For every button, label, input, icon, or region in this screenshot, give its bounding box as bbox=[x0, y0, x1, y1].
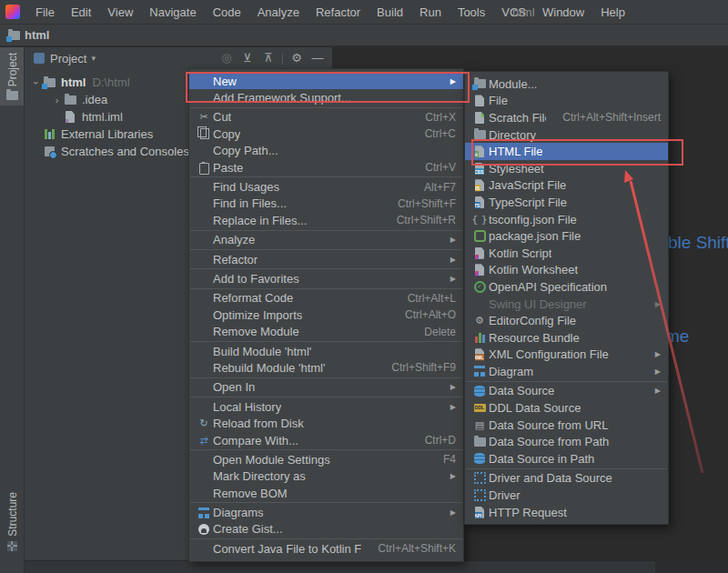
context-menu-item-diagrams[interactable]: Diagrams▶ bbox=[189, 504, 463, 520]
menu-item-label: tsconfig.json File bbox=[489, 213, 577, 226]
kotlin-icon bbox=[475, 247, 484, 259]
context-menu-item-remove-module[interactable]: Remove ModuleDelete bbox=[189, 323, 463, 339]
menu-item-label: Copy Path... bbox=[213, 144, 278, 157]
menu-build[interactable]: Build bbox=[369, 0, 411, 25]
new-submenu-item-package-json-file[interactable]: package.json File bbox=[465, 227, 668, 245]
new-submenu-item-openapi-specification[interactable]: ✓OpenAPI Specification bbox=[465, 278, 668, 296]
ddl-icon: DDL bbox=[474, 404, 486, 412]
new-submenu-item-http-request[interactable]: APIHTTP Request bbox=[465, 504, 668, 521]
new-submenu-item-editorconfig-file[interactable]: ⚙EditorConfig File bbox=[465, 312, 668, 329]
new-submenu-item-data-source[interactable]: Data Source▶ bbox=[465, 383, 668, 400]
status-bar bbox=[25, 560, 728, 573]
menu-navigate[interactable]: Navigate bbox=[141, 0, 204, 25]
new-submenu-item-swing-ui-designer[interactable]: Swing UI Designer▶ bbox=[465, 296, 668, 313]
tool-tab-project[interactable]: Project bbox=[0, 47, 25, 106]
new-submenu-item-tsconfig-json-file[interactable]: { }tsconfig.json File bbox=[465, 211, 668, 228]
locate-icon[interactable]: ◎ bbox=[219, 51, 234, 65]
hide-icon[interactable]: — bbox=[310, 51, 325, 65]
context-menu-item-analyze[interactable]: Analyze▶ bbox=[189, 232, 463, 248]
new-submenu-item-directory[interactable]: Directory bbox=[465, 126, 668, 144]
context-menu-item-create-gist[interactable]: Create Gist... bbox=[189, 521, 463, 538]
new-submenu-item-typescript-file[interactable]: TSTypeScript File bbox=[465, 194, 668, 211]
new-submenu-item-kotlin-worksheet[interactable]: Kotlin Worksheet bbox=[465, 262, 668, 279]
new-submenu-item-ddl-data-source[interactable]: DDLDDL Data Source bbox=[465, 399, 668, 417]
menu-separator bbox=[190, 288, 462, 289]
context-menu-item-open-in[interactable]: Open In▶ bbox=[189, 379, 463, 396]
new-submenu-item-driver-and-data-source[interactable]: Driver and Data Source bbox=[465, 470, 668, 488]
main-menu-bar: FileEditViewNavigateCodeAnalyzeRefactorB… bbox=[27, 0, 633, 25]
submenu-arrow-icon: ▶ bbox=[438, 472, 456, 480]
status-bar-right bbox=[655, 561, 728, 573]
context-menu-item-convert-java-file-to-kotlin-file[interactable]: Convert Java File to Kotlin FileCtrl+Alt… bbox=[189, 540, 463, 557]
new-submenu-item-driver[interactable]: Driver bbox=[465, 487, 668, 504]
context-menu-item-new[interactable]: New▶ bbox=[189, 73, 463, 89]
menu-item-shortcut: Ctrl+V bbox=[409, 161, 456, 174]
new-submenu-item-stylesheet[interactable]: CSSStylesheet bbox=[465, 160, 668, 177]
tool-tab-structure[interactable]: Structure bbox=[0, 487, 25, 557]
new-submenu-item-xml-configuration-file[interactable]: XMLXML Configuration File▶ bbox=[465, 347, 668, 364]
project-panel-toolbar: ◎⊻⊼⚙— bbox=[219, 51, 325, 65]
context-menu-item-add-to-favorites[interactable]: Add to Favorites▶ bbox=[189, 270, 463, 286]
submenu-arrow-icon: ▶ bbox=[438, 383, 456, 391]
new-submenu-item-kotlin-script[interactable]: Kotlin Script bbox=[465, 245, 668, 262]
menu-help[interactable]: Help bbox=[592, 0, 633, 25]
chevron-expanded-icon[interactable]: › bbox=[31, 76, 42, 88]
menu-window[interactable]: Window bbox=[534, 0, 592, 25]
new-submenu-item-data-source-from-path[interactable]: Data Source from Path bbox=[465, 433, 668, 450]
submenu-arrow-icon: ▶ bbox=[438, 403, 456, 411]
copy-icon bbox=[200, 128, 209, 139]
context-menu-item-rebuild-module-html[interactable]: Rebuild Module 'html'Ctrl+Shift+F9 bbox=[189, 359, 463, 376]
context-menu-item-mark-directory-as[interactable]: Mark Directory as▶ bbox=[189, 468, 463, 485]
menu-separator bbox=[190, 107, 462, 108]
collapse-all-icon[interactable]: ⊼ bbox=[261, 51, 276, 65]
editor-hint-text: ble Shift bbox=[668, 233, 728, 253]
context-menu-item-optimize-imports[interactable]: Optimize ImportsCtrl+Alt+O bbox=[189, 307, 463, 323]
context-menu-item-refactor[interactable]: Refactor▶ bbox=[189, 251, 463, 267]
menu-file[interactable]: File bbox=[27, 0, 63, 25]
context-menu-item-add-framework-support[interactable]: Add Framework Support... bbox=[189, 89, 463, 106]
context-menu-item-reload-from-disk[interactable]: ↻Reload from Disk bbox=[189, 415, 463, 431]
context-menu-item-local-history[interactable]: Local History▶ bbox=[189, 398, 463, 415]
tool-window-icon bbox=[34, 53, 45, 64]
new-submenu-item-data-source-from-url[interactable]: ▤Data Source from URL bbox=[465, 417, 668, 434]
context-menu-item-find-in-files[interactable]: Find in Files...Ctrl+Shift+F bbox=[189, 196, 463, 212]
context-menu-item-find-usages[interactable]: Find UsagesAlt+F7 bbox=[189, 178, 463, 195]
menu-code[interactable]: Code bbox=[205, 0, 249, 25]
menu-edit[interactable]: Edit bbox=[63, 0, 99, 25]
context-menu-item-compare-with[interactable]: ⇄Compare With...Ctrl+D bbox=[189, 432, 463, 448]
new-submenu-item-file[interactable]: File bbox=[465, 93, 668, 110]
folder-icon bbox=[474, 437, 486, 447]
expand-all-icon[interactable]: ⊻ bbox=[240, 51, 255, 65]
new-submenu-item-scratch-file[interactable]: Scratch FileCtrl+Alt+Shift+Insert bbox=[465, 109, 668, 126]
tree-item-path: D:\html bbox=[92, 75, 129, 89]
menu-refactor[interactable]: Refactor bbox=[308, 0, 369, 25]
context-menu-item-replace-in-files[interactable]: Replace in Files...Ctrl+Shift+R bbox=[189, 212, 463, 228]
breadcrumb[interactable]: html bbox=[25, 28, 49, 42]
context-menu-item-open-module-settings[interactable]: Open Module SettingsF4 bbox=[189, 451, 463, 467]
context-menu-item-copy-path[interactable]: Copy Path... bbox=[189, 143, 463, 159]
menu-item-label: Driver bbox=[489, 488, 521, 502]
context-menu-item-copy[interactable]: CopyCtrl+C bbox=[189, 126, 463, 142]
context-menu-item-cut[interactable]: ✂CutCtrl+X bbox=[189, 109, 463, 126]
context-menu-item-remove-bom[interactable]: Remove BOM bbox=[189, 485, 463, 501]
menu-item-label: File bbox=[489, 94, 508, 107]
context-menu-item-build-module-html[interactable]: Build Module 'html' bbox=[189, 343, 463, 359]
chevron-collapsed-icon[interactable]: › bbox=[51, 95, 63, 106]
menu-view[interactable]: View bbox=[99, 0, 141, 25]
context-menu-item-reformat-code[interactable]: Reformat CodeCtrl+Alt+L bbox=[189, 290, 463, 307]
menu-analyze[interactable]: Analyze bbox=[249, 0, 308, 25]
new-submenu-item-diagram[interactable]: Diagram▶ bbox=[465, 363, 668, 380]
new-submenu-item-module[interactable]: Module... bbox=[465, 75, 668, 93]
new-submenu-item-data-source-in-path[interactable]: Data Source in Path bbox=[465, 450, 668, 467]
project-panel-title[interactable]: Project bbox=[50, 52, 86, 65]
new-submenu-item-resource-bundle[interactable]: Resource Bundle bbox=[465, 329, 668, 347]
new-submenu-item-javascript-file[interactable]: JSJavaScript File bbox=[465, 177, 668, 195]
menu-item-label: HTTP Request bbox=[489, 506, 567, 519]
menu-tools[interactable]: Tools bbox=[450, 0, 493, 25]
settings-icon[interactable]: ⚙ bbox=[289, 51, 304, 65]
context-menu-item-paste[interactable]: PasteCtrl+V bbox=[189, 159, 463, 176]
menu-run[interactable]: Run bbox=[411, 0, 450, 25]
chevron-down-icon[interactable]: ▾ bbox=[91, 54, 96, 63]
menu-item-shortcut: Ctrl+Shift+F bbox=[381, 197, 456, 210]
new-submenu-item-html-file[interactable]: HHTML File bbox=[465, 143, 668, 160]
